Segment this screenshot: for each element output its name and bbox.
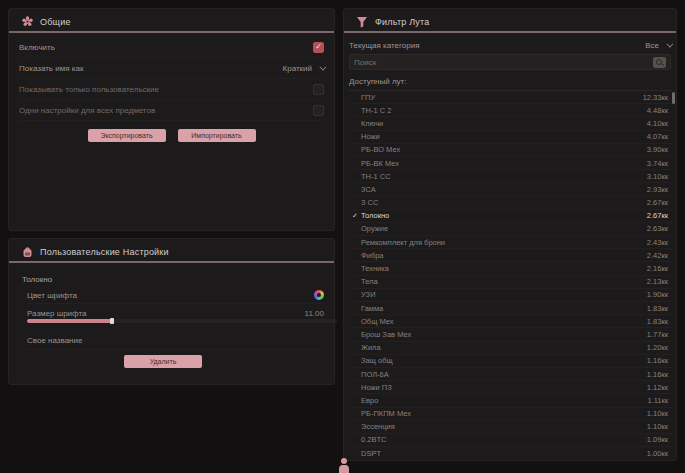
- general-panel-title: Общие: [40, 17, 71, 27]
- loot-row[interactable]: Евро1.11кк: [348, 394, 672, 407]
- loot-value: 2.67кк: [647, 211, 668, 220]
- loot-row[interactable]: Техника2.16кк: [348, 262, 672, 275]
- check-icon: ✓: [352, 212, 361, 220]
- loot-name: Тела: [361, 277, 647, 286]
- loot-row[interactable]: ТН-1 С 24.48кк: [348, 104, 672, 117]
- loot-row[interactable]: УЗИ1.90кк: [348, 289, 672, 302]
- scrollbar-thumb[interactable]: [672, 92, 675, 104]
- loot-name: З СС: [361, 198, 647, 207]
- selected-item-label: Толокно: [22, 275, 52, 284]
- loot-row[interactable]: РБ-ПКПМ Мех1.10кк: [348, 408, 672, 421]
- funnel-icon: [356, 16, 368, 28]
- loot-name: ЗСА: [361, 185, 647, 194]
- loot-value: 1.09кк: [647, 435, 668, 444]
- chevron-down-icon: [666, 40, 673, 47]
- loot-row[interactable]: 0.2BTC1.09кк: [348, 434, 672, 447]
- loot-value: 1.20кк: [647, 343, 668, 352]
- loot-value: 1.11кк: [647, 396, 668, 405]
- loot-name: Толокно: [361, 211, 647, 220]
- category-row: Текущая категория Все: [349, 37, 671, 53]
- loot-row[interactable]: DSPT1.00кк: [348, 447, 672, 457]
- loot-row[interactable]: Ключи4.10кк: [348, 117, 672, 130]
- loot-row[interactable]: Жила1.20кк: [348, 342, 672, 355]
- name-display-value: Краткий: [283, 64, 312, 73]
- export-button[interactable]: Экспортировать: [88, 129, 166, 142]
- only-custom-checkbox[interactable]: [313, 84, 324, 95]
- font-size-slider[interactable]: [27, 319, 337, 323]
- only-custom-row: Показывать только пользовательские: [19, 79, 324, 100]
- enable-checkbox[interactable]: ✓: [313, 42, 324, 53]
- general-panel: Общие Включить ✓ Показать имя как Кратки…: [8, 8, 335, 231]
- loot-value: 1.12кк: [647, 383, 668, 392]
- icon-head: [341, 458, 347, 464]
- loot-row[interactable]: Брош Зав Мех1.77кк: [348, 328, 672, 341]
- loot-name: Общ Мех: [361, 317, 647, 326]
- loot-filter-title: Фильтр Лута: [375, 17, 429, 27]
- delete-button[interactable]: Удалить: [124, 355, 202, 368]
- same-settings-checkbox[interactable]: [313, 105, 324, 116]
- loot-name: Гамма: [361, 304, 647, 313]
- loot-value: 4.07кк: [647, 132, 668, 141]
- loot-row[interactable]: З СС2.67кк: [348, 197, 672, 210]
- search-input[interactable]: Поиск: [349, 54, 671, 70]
- loot-row[interactable]: ЗСА2.93кк: [348, 183, 672, 196]
- loot-filter-panel: Фильтр Лута Текущая категория Все Поиск …: [343, 8, 677, 461]
- divider: [9, 31, 334, 33]
- loot-value: 1.10кк: [647, 422, 668, 431]
- loot-name: ГПУ: [361, 93, 643, 102]
- loot-name: DSPT: [361, 449, 647, 457]
- loot-value: 4.10кк: [647, 119, 668, 128]
- name-display-row: Показать имя как Краткий: [19, 58, 324, 79]
- loot-value: 1.83кк: [647, 304, 668, 313]
- import-button[interactable]: Импортировать: [178, 129, 256, 142]
- loot-name: ТН-1 С 2: [361, 106, 647, 115]
- font-color-row[interactable]: Цвет шрифта: [27, 287, 324, 304]
- loot-name: Эссенция: [361, 422, 647, 431]
- loot-row[interactable]: Фибра2.42кк: [348, 249, 672, 262]
- loot-row[interactable]: ТН-1 СС3.10кк: [348, 170, 672, 183]
- loot-row[interactable]: РБ-ВО Мех3.90кк: [348, 144, 672, 157]
- loot-name: Ножи ПЗ: [361, 383, 647, 392]
- loot-row[interactable]: ПОЛ-6А1.16кк: [348, 368, 672, 381]
- loot-name: Жила: [361, 343, 647, 352]
- bottom-center-icon[interactable]: [338, 458, 350, 473]
- loot-name: Ножи: [361, 132, 647, 141]
- color-wheel-icon[interactable]: [314, 290, 324, 300]
- slider-fill: [27, 319, 112, 323]
- loot-row[interactable]: Защ общ1.16кк: [348, 355, 672, 368]
- loot-row[interactable]: РБ-ВК Мех3.74кк: [348, 157, 672, 170]
- loot-name: Ремкомплект для брони: [361, 238, 647, 247]
- loot-row[interactable]: Ремкомплект для брони2.43кк: [348, 236, 672, 249]
- loot-value: 1.77кк: [647, 330, 668, 339]
- category-select[interactable]: Все: [645, 41, 671, 50]
- custom-name-field[interactable]: Свое название: [27, 336, 82, 345]
- only-custom-label: Показывать только пользовательские: [19, 85, 159, 94]
- loot-name: Ключи: [361, 119, 647, 128]
- loot-row[interactable]: Оружие2.63кк: [348, 223, 672, 236]
- loot-row[interactable]: Ножи ПЗ1.12кк: [348, 381, 672, 394]
- category-value: Все: [645, 41, 659, 50]
- name-display-select[interactable]: Краткий: [283, 64, 324, 73]
- loot-value: 1.00кк: [647, 449, 668, 457]
- search-icon[interactable]: [653, 57, 666, 68]
- loot-name: Фибра: [361, 251, 647, 260]
- loot-value: 3.10кк: [647, 172, 668, 181]
- loot-value: 2.67кк: [647, 198, 668, 207]
- loot-row[interactable]: Ножи4.07кк: [348, 131, 672, 144]
- loot-row[interactable]: Эссенция1.10кк: [348, 421, 672, 434]
- general-panel-header: Общие: [9, 12, 334, 31]
- loot-row[interactable]: Тела2.13кк: [348, 276, 672, 289]
- loot-row[interactable]: ГПУ12.33кк: [348, 91, 672, 104]
- loot-row[interactable]: Гамма1.83кк: [348, 302, 672, 315]
- loot-name: РБ-ВО Мех: [361, 145, 647, 154]
- loot-row[interactable]: ✓Толокно2.67кк: [348, 210, 672, 223]
- loot-value: 1.10кк: [647, 409, 668, 418]
- loot-name: ПОЛ-6А: [361, 370, 647, 379]
- loot-value: 4.48кк: [647, 106, 668, 115]
- enable-label: Включить: [19, 43, 55, 52]
- backpack-icon: [21, 246, 33, 258]
- loot-name: 0.2BTC: [361, 435, 647, 444]
- slider-handle[interactable]: [110, 318, 114, 324]
- enable-row: Включить ✓: [19, 37, 324, 58]
- loot-row[interactable]: Общ Мех1.83кк: [348, 315, 672, 328]
